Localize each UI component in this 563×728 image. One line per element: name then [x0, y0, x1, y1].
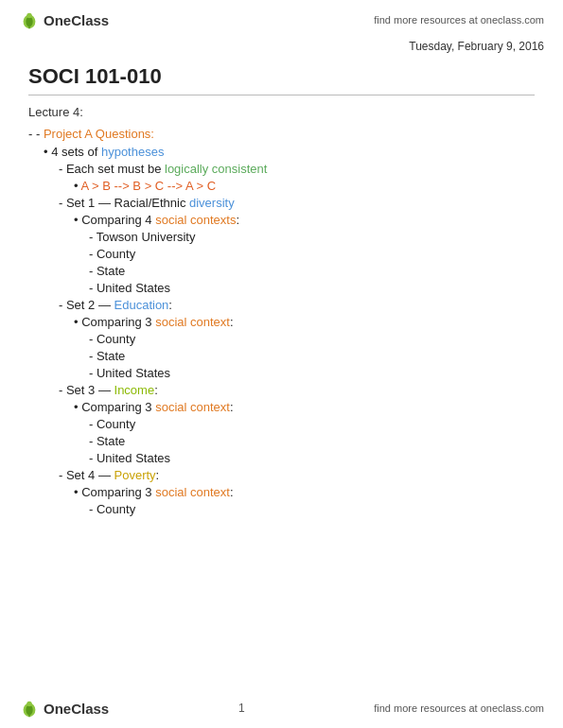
plain-text: :: [230, 315, 234, 329]
plain-text: • 4 sets of: [44, 145, 101, 159]
page-number: 1: [238, 702, 245, 715]
page-title: SOCI 101-010: [28, 64, 535, 89]
logic-formula: A > B ‑‑> B > C ‑‑> A > C: [80, 179, 216, 193]
list-item: - Each set must be logically consistent: [28, 162, 535, 176]
plain-text: :: [156, 468, 160, 482]
header: OneClass find more resources at oneclass…: [0, 0, 563, 36]
plain-text: - Each set must be: [59, 162, 165, 176]
list-item: - State: [28, 349, 535, 363]
list-item: - State: [28, 434, 535, 448]
plain-text: - Towson University: [89, 230, 195, 244]
title-divider: [28, 95, 535, 95]
plain-text: - Set 2 —: [59, 298, 114, 312]
state-set1: - State: [89, 264, 125, 278]
plain-text: • Comparing 3: [74, 400, 155, 414]
list-item: - Towson University: [28, 230, 535, 244]
list-item: - County: [28, 417, 535, 431]
plain-text: :: [236, 213, 239, 227]
project-a-questions: Project A Questions:: [44, 127, 154, 141]
list-item: • Comparing 3 social context:: [28, 315, 535, 329]
education-link: Education: [114, 298, 169, 312]
plain-text: - County: [89, 417, 135, 431]
plain-text: -: [36, 127, 44, 141]
plain-text: • Comparing 4: [74, 213, 155, 227]
outline: - Project A Questions: • 4 sets of hypot…: [28, 127, 535, 516]
social-context-link-3: social context: [155, 400, 230, 414]
social-contexts-link-1: social contexts: [155, 213, 236, 227]
footer: OneClass 1 find more resources at onecla…: [0, 688, 563, 728]
plain-text: • Comparing 3: [74, 315, 155, 329]
list-item: - Set 4 — Poverty:: [28, 468, 535, 482]
plain-text: :: [230, 485, 234, 499]
header-logo: OneClass: [19, 9, 109, 30]
header-resource-link: find more resources at oneclass.com: [374, 14, 544, 26]
income-link: Income: [114, 383, 155, 397]
plain-text: • Comparing 3: [74, 485, 155, 499]
list-item: • Comparing 3 social context:: [28, 485, 535, 499]
plain-text: - Set 4 —: [59, 468, 114, 482]
list-item: - Set 2 — Education:: [28, 298, 535, 312]
date-line: Tuesday, February 9, 2016: [0, 36, 563, 57]
logically-consistent-link: logically consistent: [165, 162, 267, 176]
list-item: • Comparing 3 social context:: [28, 400, 535, 414]
list-item: • Comparing 4 social contexts:: [28, 213, 535, 227]
social-context-link-2: social context: [155, 315, 230, 329]
list-item: - United States: [28, 281, 535, 295]
plain-text: - County: [89, 247, 135, 261]
list-item: - United States: [28, 366, 535, 380]
list-item: - County: [28, 502, 535, 516]
plain-text: :: [154, 383, 158, 397]
list-item: - County: [28, 247, 535, 261]
footer-left: OneClass: [19, 698, 109, 719]
list-item: - Set 1 — Racial/Ethnic diversity: [28, 196, 535, 210]
footer-resource-link: find more resources at oneclass.com: [374, 702, 544, 714]
header-logo-text: OneClass: [44, 12, 109, 28]
hypotheses-link: hypotheses: [101, 145, 165, 159]
plain-text: - United States: [89, 281, 170, 295]
poverty-link: Poverty: [114, 468, 156, 482]
list-item: - State: [28, 264, 535, 278]
list-item: • A > B ‑‑> B > C ‑‑> A > C: [28, 179, 535, 193]
list-item: - Set 3 — Income:: [28, 383, 535, 397]
footer-logo-text: OneClass: [44, 701, 109, 717]
list-item: - Project A Questions:: [28, 127, 535, 141]
list-item: - County: [28, 332, 535, 346]
social-context-link-4: social context: [155, 485, 230, 499]
plain-text: - Set 3 —: [59, 383, 114, 397]
plain-text: - United States: [89, 366, 170, 380]
list-item: - United States: [28, 451, 535, 465]
plain-text: - United States: [89, 451, 170, 465]
main-content: SOCI 101-010 Lecture 4: - Project A Ques…: [0, 57, 563, 538]
plain-text: - County: [89, 502, 135, 516]
state-set3: - State: [89, 434, 125, 448]
footer-oneclass-icon: [19, 698, 40, 719]
lecture-label: Lecture 4:: [28, 105, 535, 119]
oneclass-logo-icon: [19, 9, 40, 30]
footer-logo: OneClass: [19, 698, 109, 719]
svg-point-2: [26, 13, 32, 19]
list-item: • 4 sets of hypotheses: [28, 145, 535, 159]
plain-text: :: [230, 400, 234, 414]
state-set2: - State: [89, 349, 125, 363]
svg-point-6: [26, 702, 32, 707]
plain-text: :: [168, 298, 172, 312]
plain-text: - Set 1 — Racial/Ethnic: [59, 196, 189, 210]
diversity-link: diversity: [189, 196, 235, 210]
plain-text: - County: [89, 332, 135, 346]
